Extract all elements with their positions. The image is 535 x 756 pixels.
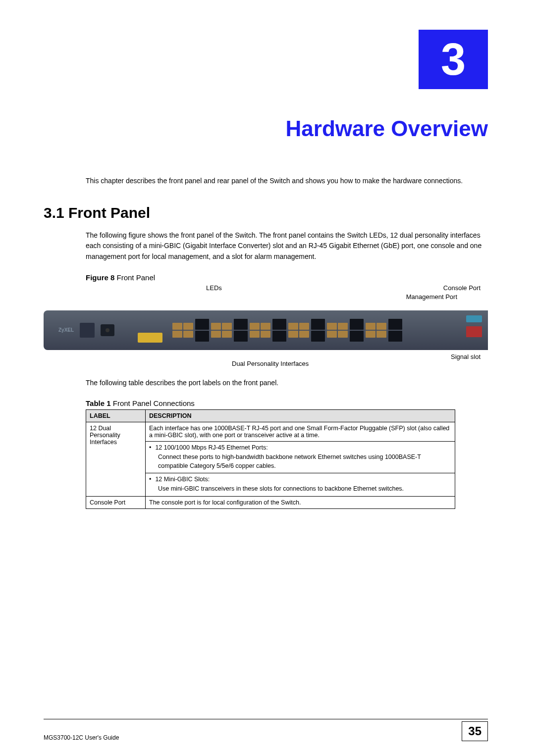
table-header-description: DESCRIPTION <box>146 410 455 422</box>
table-bullet: 12 Mini-GBIC Slots: <box>155 476 210 483</box>
device-brand-text: ZyXEL <box>58 327 74 333</box>
table-caption-rest: Front Panel Connections <box>111 399 195 407</box>
rj45-port-icon <box>388 331 402 342</box>
rj45-port-icon <box>350 319 364 330</box>
rj45-port-icon <box>195 331 209 342</box>
ports-area <box>172 314 463 346</box>
chapter-number-box: 3 <box>419 30 488 89</box>
table-intro: The following table describes the port l… <box>86 378 488 389</box>
table-bullet-body: Use mini-GBIC transceivers in these slot… <box>149 485 451 494</box>
table-cell-desc: 12 100/1000 Mbps RJ-45 Ethernet Ports: C… <box>146 442 455 473</box>
sfp-port-icon <box>327 331 337 338</box>
rj45-port-icon <box>311 319 325 330</box>
table-cell-desc: Each interface has one 1000BASE-T RJ-45 … <box>146 422 455 442</box>
figure-caption: Figure 8 Front Panel <box>86 273 488 282</box>
sfp-port-icon <box>172 331 182 338</box>
power-button-icon <box>101 324 114 336</box>
figure-label-mgmt: Management Port <box>406 293 457 301</box>
sfp-port-icon <box>261 323 270 330</box>
alarm-slot-icon <box>138 333 162 343</box>
sfp-port-icon <box>299 331 309 338</box>
sfp-port-icon <box>250 331 260 338</box>
rj45-port-icon <box>350 331 364 342</box>
sfp-port-icon <box>288 331 298 338</box>
sfp-port-icon <box>338 331 348 338</box>
rj45-port-icon <box>272 319 286 330</box>
sfp-port-icon <box>211 323 221 330</box>
sfp-port-icon <box>183 331 193 338</box>
rj45-port-icon <box>234 331 248 342</box>
sfp-port-icon <box>299 323 309 330</box>
table-cell-desc: 12 Mini-GBIC Slots: Use mini-GBIC transc… <box>146 473 455 497</box>
sfp-port-icon <box>261 331 270 338</box>
console-port-icon <box>466 315 482 322</box>
rj45-port-icon <box>272 331 286 342</box>
sfp-port-icon <box>172 323 182 330</box>
rj45-port-icon <box>311 331 325 342</box>
table-header-label: LABEL <box>86 410 146 422</box>
sfp-port-icon <box>376 323 386 330</box>
switch-front-panel-image: ZyXEL <box>44 310 488 350</box>
figure-label-dual: Dual Personality Interfaces <box>232 360 309 367</box>
sfp-port-icon <box>366 331 375 338</box>
rj45-port-icon <box>388 319 402 330</box>
front-panel-connections-table: LABEL DESCRIPTION 12 Dual Personality In… <box>86 409 455 509</box>
rj45-port-icon <box>234 319 248 330</box>
chapter-title: Hardware Overview <box>44 116 488 141</box>
table-cell-label: Console Port <box>86 496 146 508</box>
page-number: 35 <box>462 721 488 741</box>
table-row: Console Port The console port is for loc… <box>86 496 455 508</box>
table-header-row: LABEL DESCRIPTION <box>86 410 455 422</box>
footer-guide-name: MGS3700-12C User's Guide <box>44 734 119 741</box>
sfp-port-icon <box>222 323 232 330</box>
led-block-icon <box>80 323 95 338</box>
table-bullet-body: Connect these ports to high-bandwidth ba… <box>149 453 451 470</box>
section-body: The following figure shows the front pan… <box>86 230 488 262</box>
sfp-port-icon <box>366 323 375 330</box>
chapter-number: 3 <box>441 34 466 85</box>
figure-caption-bold: Figure 8 <box>86 273 114 282</box>
sfp-port-icon <box>327 323 337 330</box>
table-bullet: 12 100/1000 Mbps RJ-45 Ethernet Ports: <box>155 444 268 451</box>
figure-label-signal: Signal slot <box>451 353 481 360</box>
table-caption-bold: Table 1 <box>86 399 111 407</box>
sfp-port-icon <box>338 323 348 330</box>
table-cell-label: 12 Dual Personality Interfaces <box>86 422 146 497</box>
signal-slot-icon <box>466 326 482 337</box>
figure-caption-rest: Front Panel <box>114 273 155 282</box>
figure-label-console: Console Port <box>443 284 481 292</box>
sfp-port-icon <box>183 323 193 330</box>
sfp-port-icon <box>288 323 298 330</box>
chapter-intro: This chapter describes the front panel a… <box>86 176 488 187</box>
sfp-port-icon <box>250 323 260 330</box>
figure-label-leds: LEDs <box>206 284 222 292</box>
sfp-port-icon <box>376 331 386 338</box>
table-row: 12 Dual Personality Interfaces Each inte… <box>86 422 455 442</box>
table-cell-desc: The console port is for local configurat… <box>146 496 455 508</box>
page-footer: MGS3700-12C User's Guide 35 <box>44 719 488 741</box>
sfp-port-icon <box>222 331 232 338</box>
rj45-port-icon <box>195 319 209 330</box>
section-heading: 3.1 Front Panel <box>44 204 488 221</box>
front-panel-figure: LEDs Console Port Management Port ZyXEL <box>44 284 488 371</box>
table-caption: Table 1 Front Panel Connections <box>86 399 488 407</box>
sfp-port-icon <box>211 331 221 338</box>
